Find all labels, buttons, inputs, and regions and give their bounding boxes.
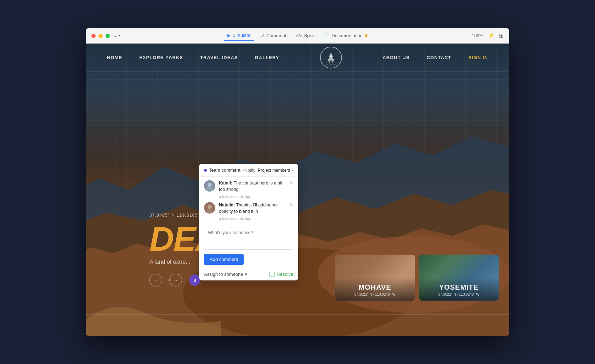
title-bar: ≡ ▾ ▶ Simulate 🗨 Comment </> Spec 📄 Docu… — [86, 28, 509, 44]
nav-gallery[interactable]: GALLERY — [255, 55, 279, 60]
nav-travel-ideas[interactable]: TRAVEL IDEAS — [200, 55, 238, 60]
tab-simulate-label: Simulate — [232, 33, 250, 38]
comment-list: Kamil: The contrast here is a bit too st… — [199, 177, 298, 224]
comment-body-2: Natalie: Thanks, I'll add some opacity t… — [219, 202, 286, 221]
assign-selector[interactable]: Assign to someone ▾ — [204, 272, 247, 277]
simulate-icon: ▶ — [227, 33, 231, 38]
minimize-button[interactable] — [98, 34, 103, 38]
dest-mohave-coords: 37.3022° N · 113.0240° W — [335, 292, 415, 296]
comment-meta-2: a few seconds ago · ♡ — [219, 216, 286, 221]
comment-popup: Team comment ▾ Notify: Project members ▾ — [199, 164, 298, 280]
tab-documentation[interactable]: 📄 Documentation — [320, 31, 372, 40]
tab-bar: ▶ Simulate 🗨 Comment </> Spec 📄 Document… — [223, 30, 372, 41]
svg-point-12 — [208, 183, 212, 187]
notify-value: Project members — [258, 168, 290, 173]
nav-bar: HOME EXPLORE PARKS TRAVEL IDEAS GALLERY — [86, 44, 509, 72]
design-canvas: HOME EXPLORE PARKS TRAVEL IDEAS GALLERY — [86, 44, 509, 336]
resolve-section[interactable]: Resolve — [270, 272, 293, 277]
comment-time-1: a few seconds ago — [219, 194, 251, 199]
comment-item: Kamil: The contrast here is a bit too st… — [204, 180, 293, 199]
nav-explore-parks[interactable]: EXPLORE PARKS — [139, 55, 183, 60]
response-section: Add comment — [199, 224, 298, 268]
avatar-kamil — [204, 180, 215, 192]
layout-icon[interactable]: ⊞ — [499, 32, 504, 39]
title-bar-right: 100% ⚡ ⊞ — [472, 32, 504, 39]
avatar-natalie — [204, 202, 215, 214]
notify-chevron-icon: ▾ — [291, 168, 293, 172]
add-comment-button[interactable]: Add comment — [204, 254, 244, 265]
next-arrow[interactable]: → — [169, 274, 182, 286]
zoom-level: 100% — [472, 33, 483, 38]
comment-type-dot — [204, 169, 207, 172]
destination-card-yosemite[interactable]: YOSEMITE 37.3022° N · 113.0240° W — [419, 255, 499, 301]
nav-left: HOME EXPLORE PARKS TRAVEL IDEAS GALLERY — [107, 55, 279, 60]
site-logo[interactable] — [318, 45, 343, 70]
destination-cards: MOHAVE 37.3022° N · 113.0240° W YOSEMITE… — [335, 255, 499, 301]
nav-sign-in[interactable]: SIGN IN — [468, 55, 488, 60]
slide-navigation: ← → 3 — [149, 274, 200, 286]
comment-text-1: Kamil: The contrast here is a bit too st… — [219, 180, 286, 193]
spec-icon: </> — [296, 33, 302, 38]
tab-documentation-label: Documentation — [332, 33, 362, 38]
traffic-lights — [91, 34, 110, 38]
comment-type-label: Team comment — [209, 167, 240, 173]
tab-spec[interactable]: </> Spec — [292, 31, 319, 40]
resolve-label: Resolve — [277, 272, 293, 277]
assign-label: Assign to someone — [204, 272, 243, 277]
response-input[interactable] — [204, 227, 293, 250]
comment-item-2: Natalie: Thanks, I'll add some opacity t… — [204, 202, 293, 221]
tab-comment-label: Comment — [266, 33, 286, 38]
tab-spec-label: Spec — [304, 33, 315, 38]
nav-contact[interactable]: CONTACT — [426, 55, 451, 60]
comment-type-chevron-icon: ▾ — [243, 168, 244, 172]
notify-selector[interactable]: Notify: Project members ▾ — [244, 168, 293, 173]
dest-yosemite-name: YOSEMITE — [419, 283, 499, 291]
menu-buttons: ≡ ▾ — [114, 33, 120, 39]
settings-icon-2[interactable]: ⚙ — [289, 202, 293, 207]
comment-type-selector[interactable]: Team comment ▾ — [204, 167, 244, 173]
resolve-checkbox[interactable] — [270, 272, 274, 277]
tab-comment[interactable]: 🗨 Comment — [256, 31, 290, 40]
nav-home[interactable]: HOME — [107, 55, 122, 60]
comment-text-2: Natalie: Thanks, I'll add some opacity t… — [219, 202, 286, 215]
heart-icon-2[interactable]: ♡ — [258, 216, 262, 221]
assign-chevron-icon: ▾ — [245, 272, 247, 277]
svg-point-15 — [208, 205, 212, 209]
prev-arrow[interactable]: ← — [149, 274, 162, 286]
comment-icon: 🗨 — [260, 33, 265, 38]
bottom-divider — [86, 314, 509, 315]
notification-dot — [365, 34, 368, 37]
heart-icon-1[interactable]: ♡ — [258, 194, 262, 199]
destination-card-mohave[interactable]: MOHAVE 37.3022° N · 113.0240° W — [335, 255, 415, 301]
comment-footer: Assign to someone ▾ Resolve — [199, 268, 298, 280]
mac-window: ≡ ▾ ▶ Simulate 🗨 Comment </> Spec 📄 Docu… — [86, 28, 509, 336]
dest-mohave-name: MOHAVE — [335, 283, 415, 291]
documentation-icon: 📄 — [324, 33, 330, 38]
close-button[interactable] — [91, 34, 96, 38]
comment-time-2: a few seconds ago — [219, 216, 251, 221]
fullscreen-button[interactable] — [106, 34, 110, 38]
notify-label: Notify: — [244, 168, 256, 173]
dest-yosemite-coords: 37.3022° N · 113.0240° W — [419, 292, 499, 296]
lightning-icon[interactable]: ⚡ — [488, 32, 495, 39]
settings-icon-1[interactable]: ⚙ — [289, 180, 293, 185]
menu-chevron-icon[interactable]: ▾ — [118, 34, 120, 38]
comment-header: Team comment ▾ Notify: Project members ▾ — [199, 164, 298, 177]
nav-right: ABOUT US CONTACT SIGN IN — [382, 55, 488, 60]
comment-meta-1: a few seconds ago · ♡ — [219, 194, 286, 199]
comment-body-1: Kamil: The contrast here is a bit too st… — [219, 180, 286, 199]
tab-simulate[interactable]: ▶ Simulate — [223, 30, 255, 41]
nav-about-us[interactable]: ABOUT US — [382, 55, 409, 60]
hamburger-icon[interactable]: ≡ — [114, 33, 117, 39]
